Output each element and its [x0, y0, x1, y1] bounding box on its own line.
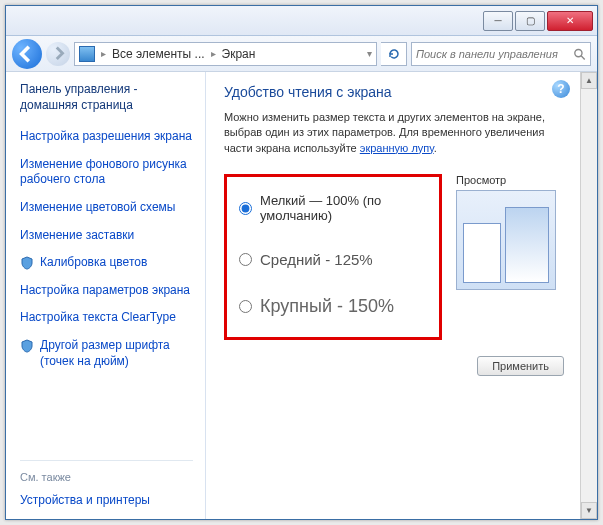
preview-window-icon — [463, 223, 501, 283]
preview-label: Просмотр — [456, 174, 564, 186]
help-icon[interactable]: ? — [552, 80, 570, 98]
control-panel-icon — [79, 46, 95, 62]
sidebar-link-wallpaper[interactable]: Изменение фонового рисунка рабочего стол… — [20, 157, 193, 188]
option-label: Крупный - 150% — [260, 296, 394, 317]
sidebar-link-label: Калибровка цветов — [40, 255, 147, 271]
apply-button[interactable]: Применить — [477, 356, 564, 376]
maximize-button[interactable]: ▢ — [515, 11, 545, 31]
sidebar-link-resolution[interactable]: Настройка разрешения экрана — [20, 129, 193, 145]
radio-large[interactable] — [239, 300, 252, 313]
arrow-right-icon — [51, 46, 65, 60]
see-also-label: См. также — [20, 471, 193, 483]
breadcrumb-seg-2[interactable]: Экран — [222, 47, 256, 61]
close-button[interactable]: ✕ — [547, 11, 593, 31]
chevron-right-icon: ▸ — [211, 48, 216, 59]
radio-medium[interactable] — [239, 253, 252, 266]
navbar: ▸ Все элементы ... ▸ Экран ▾ — [6, 36, 597, 72]
main-pane: ? Удобство чтения с экрана Можно изменит… — [206, 72, 580, 519]
options-area: Мелкий — 100% (по умолчанию) Средний - 1… — [224, 174, 564, 340]
svg-point-0 — [575, 49, 582, 56]
radio-small[interactable] — [239, 202, 252, 215]
sidebar-link-dpi[interactable]: Другой размер шрифта (точек на дюйм) — [20, 338, 193, 369]
nav-forward-button[interactable] — [46, 42, 70, 66]
shield-icon — [20, 339, 34, 353]
preview-thumbnail — [456, 190, 556, 290]
search-icon — [573, 47, 586, 61]
sidebar-link-color-scheme[interactable]: Изменение цветовой схемы — [20, 200, 193, 216]
option-label: Мелкий — 100% (по умолчанию) — [260, 193, 419, 223]
sidebar-link-label: Другой размер шрифта (точек на дюйм) — [40, 338, 193, 369]
nav-back-button[interactable] — [12, 39, 42, 69]
svg-line-1 — [581, 55, 585, 59]
search-input[interactable] — [416, 48, 569, 60]
page-description: Можно изменить размер текста и других эл… — [224, 110, 564, 156]
titlebar: ─ ▢ ✕ — [6, 6, 597, 36]
content-area: Панель управления - домашняя страница На… — [6, 72, 597, 519]
chevron-down-icon[interactable]: ▾ — [367, 48, 372, 59]
sidebar-link-cleartype[interactable]: Настройка текста ClearType — [20, 310, 193, 326]
magnifier-link[interactable]: экранную лупу — [360, 142, 434, 154]
sidebar-link-calibrate[interactable]: Калибровка цветов — [20, 255, 193, 271]
window: ─ ▢ ✕ ▸ Все элементы ... ▸ Экран ▾ Панел… — [5, 5, 598, 520]
refresh-icon — [387, 47, 401, 61]
refresh-button[interactable] — [381, 42, 407, 66]
breadcrumb[interactable]: ▸ Все элементы ... ▸ Экран ▾ — [74, 42, 377, 66]
sidebar-link-screensaver[interactable]: Изменение заставки — [20, 228, 193, 244]
option-medium[interactable]: Средний - 125% — [239, 251, 419, 268]
page-heading: Удобство чтения с экрана — [224, 84, 564, 100]
size-options-group: Мелкий — 100% (по умолчанию) Средний - 1… — [224, 174, 442, 340]
arrow-left-icon — [18, 45, 36, 63]
sidebar-footer: См. также Устройства и принтеры — [20, 460, 193, 511]
vertical-scrollbar[interactable]: ▲ ▼ — [580, 72, 597, 519]
chevron-right-icon: ▸ — [101, 48, 106, 59]
option-large[interactable]: Крупный - 150% — [239, 296, 419, 317]
apply-area: Применить — [224, 356, 564, 376]
sidebar-home-link[interactable]: Панель управления - домашняя страница — [20, 82, 193, 113]
shield-icon — [20, 256, 34, 270]
scroll-up-button[interactable]: ▲ — [581, 72, 597, 89]
option-small[interactable]: Мелкий — 100% (по умолчанию) — [239, 193, 419, 223]
preview-column: Просмотр — [456, 174, 564, 290]
sidebar: Панель управления - домашняя страница На… — [6, 72, 206, 519]
option-label: Средний - 125% — [260, 251, 373, 268]
scroll-track[interactable] — [581, 89, 597, 502]
minimize-button[interactable]: ─ — [483, 11, 513, 31]
sidebar-link-display-params[interactable]: Настройка параметров экрана — [20, 283, 193, 299]
desc-suffix: . — [434, 142, 437, 154]
sidebar-link-devices[interactable]: Устройства и принтеры — [20, 493, 193, 509]
breadcrumb-seg-1[interactable]: Все элементы ... — [112, 47, 205, 61]
preview-window-icon — [505, 207, 549, 283]
search-box[interactable] — [411, 42, 591, 66]
scroll-down-button[interactable]: ▼ — [581, 502, 597, 519]
